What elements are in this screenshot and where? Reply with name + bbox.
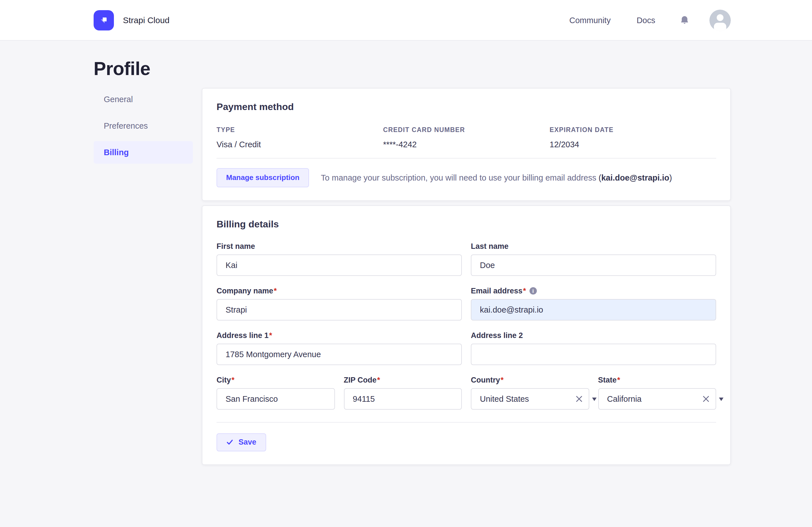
payment-method-title: Payment method bbox=[217, 101, 716, 113]
email-field-group: Email address bbox=[471, 286, 716, 320]
strapi-logo-icon bbox=[93, 10, 114, 30]
city-input[interactable] bbox=[217, 388, 335, 409]
payment-type-label: TYPE bbox=[217, 126, 383, 133]
expiration-label: EXPIRATION DATE bbox=[550, 126, 716, 133]
address1-field-group: Address line 1 bbox=[217, 331, 462, 365]
clear-x-icon bbox=[702, 395, 710, 402]
top-nav: Strapi Cloud Community Docs bbox=[0, 0, 812, 41]
card-number-label: CREDIT CARD NUMBER bbox=[383, 126, 550, 133]
payment-method-summary: TYPE Visa / Credit CREDIT CARD NUMBER **… bbox=[217, 126, 716, 149]
company-label: Company name bbox=[217, 286, 277, 295]
payment-method-card: Payment method TYPE Visa / Credit CREDIT… bbox=[202, 88, 731, 201]
nav-docs[interactable]: Docs bbox=[637, 15, 655, 25]
sidebar-item-general[interactable]: General bbox=[93, 88, 193, 110]
avatar[interactable] bbox=[709, 9, 731, 31]
last-name-field-group: Last name bbox=[471, 242, 716, 276]
billing-details-title: Billing details bbox=[217, 219, 716, 230]
notifications-button[interactable] bbox=[679, 14, 690, 26]
state-caret-icon[interactable] bbox=[719, 397, 724, 401]
email-label: Email address bbox=[471, 286, 526, 295]
expiration-column: EXPIRATION DATE 12/2034 bbox=[550, 126, 716, 149]
city-label: City bbox=[217, 375, 235, 385]
first-name-field-group: First name bbox=[217, 242, 462, 276]
main-content: Profile General Preferences Billing Paym… bbox=[93, 58, 731, 465]
billing-details-card: Billing details First name Last name bbox=[202, 205, 731, 465]
email-input[interactable] bbox=[471, 299, 716, 320]
first-name-label: First name bbox=[217, 242, 255, 251]
state-combobox bbox=[598, 388, 716, 409]
info-icon[interactable] bbox=[530, 287, 537, 295]
country-field-group: Country bbox=[471, 375, 589, 409]
country-caret-icon[interactable] bbox=[592, 397, 596, 401]
card-number-column: CREDIT CARD NUMBER ****-4242 bbox=[383, 126, 550, 149]
last-name-input[interactable] bbox=[471, 254, 716, 276]
first-name-input[interactable] bbox=[217, 254, 462, 276]
zip-input[interactable] bbox=[344, 388, 462, 409]
country-clear-button[interactable] bbox=[574, 394, 584, 404]
payment-type-column: TYPE Visa / Credit bbox=[217, 126, 383, 149]
country-select[interactable] bbox=[471, 388, 589, 409]
address2-input[interactable] bbox=[471, 343, 716, 365]
payment-type-value: Visa / Credit bbox=[217, 140, 383, 149]
profile-sidebar: General Preferences Billing bbox=[93, 88, 193, 167]
save-button-label: Save bbox=[238, 438, 256, 446]
country-combobox bbox=[471, 388, 589, 409]
brand-link[interactable]: Strapi Cloud bbox=[93, 10, 170, 30]
page-title: Profile bbox=[93, 58, 731, 80]
billing-panel: Payment method TYPE Visa / Credit CREDIT… bbox=[202, 88, 731, 465]
address2-field-group: Address line 2 bbox=[471, 331, 716, 365]
check-icon bbox=[226, 438, 233, 446]
sidebar-item-billing[interactable]: Billing bbox=[93, 141, 193, 163]
state-field-group: State bbox=[598, 375, 716, 409]
city-field-group: City bbox=[217, 375, 335, 409]
manage-subscription-button[interactable]: Manage subscription bbox=[217, 168, 309, 187]
state-select[interactable] bbox=[598, 388, 716, 409]
nav-community[interactable]: Community bbox=[569, 15, 611, 25]
state-label: State bbox=[598, 375, 620, 385]
avatar-icon bbox=[709, 9, 731, 31]
address1-input[interactable] bbox=[217, 343, 462, 365]
brand-name: Strapi Cloud bbox=[123, 15, 170, 25]
subscription-note: To manage your subscription, you will ne… bbox=[321, 173, 672, 182]
save-button[interactable]: Save bbox=[217, 433, 266, 451]
state-clear-button[interactable] bbox=[701, 394, 711, 404]
address1-label: Address line 1 bbox=[217, 331, 272, 340]
company-input[interactable] bbox=[217, 299, 462, 320]
company-field-group: Company name bbox=[217, 286, 462, 320]
card-divider bbox=[217, 158, 716, 158]
last-name-label: Last name bbox=[471, 242, 509, 251]
country-label: Country bbox=[471, 375, 504, 385]
billing-email-text: kai.doe@strapi.io bbox=[601, 173, 669, 182]
zip-label: ZIP Code bbox=[344, 375, 380, 385]
bell-icon bbox=[679, 14, 690, 26]
expiration-value: 12/2034 bbox=[550, 140, 716, 149]
sidebar-item-preferences[interactable]: Preferences bbox=[93, 114, 193, 137]
form-divider bbox=[217, 422, 716, 422]
page: Strapi Cloud Community Docs bbox=[0, 0, 812, 527]
card-number-value: ****-4242 bbox=[383, 140, 550, 149]
clear-x-icon bbox=[575, 395, 583, 402]
zip-field-group: ZIP Code bbox=[344, 375, 462, 409]
address2-label: Address line 2 bbox=[471, 331, 523, 340]
